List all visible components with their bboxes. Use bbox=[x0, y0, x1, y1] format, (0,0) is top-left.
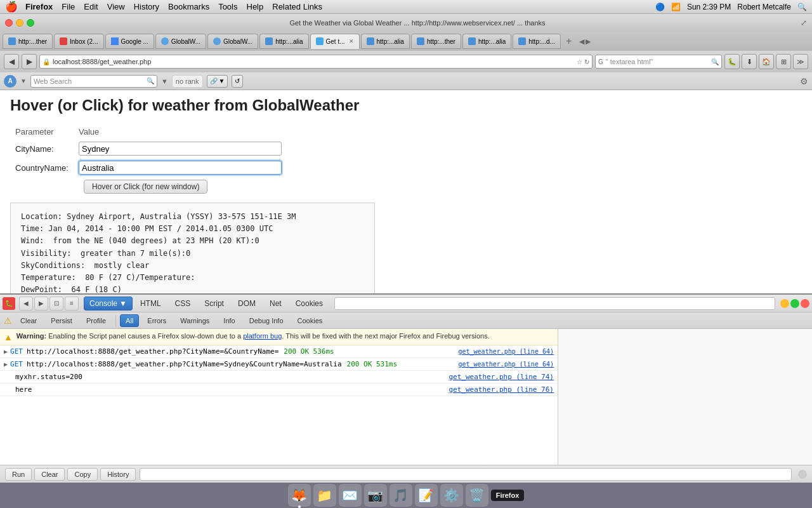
tab-close-active[interactable]: ✕ bbox=[349, 38, 354, 44]
addon-button[interactable]: ≫ bbox=[793, 54, 808, 69]
menu-edit[interactable]: Edit bbox=[84, 2, 98, 11]
fb-css-tab[interactable]: CSS bbox=[169, 297, 197, 311]
dock-firefox[interactable]: 🦊 Firefox bbox=[288, 484, 311, 507]
tab-active[interactable]: Get t... ✕ bbox=[310, 34, 360, 49]
fb-clear-button[interactable]: Clear bbox=[15, 314, 43, 327]
firebug-close[interactable] bbox=[801, 299, 809, 308]
fb-net-tab[interactable]: Net bbox=[263, 297, 288, 311]
firebug-minimize[interactable] bbox=[780, 299, 789, 308]
tab-google[interactable]: Google ... bbox=[105, 34, 154, 49]
tab-scroll-left[interactable]: ◀ bbox=[579, 37, 584, 46]
country-input[interactable] bbox=[79, 161, 282, 175]
fb-cookies-tab[interactable]: Cookies bbox=[289, 297, 329, 311]
menu-view[interactable]: View bbox=[107, 2, 125, 11]
dock-music[interactable]: 🎵 bbox=[390, 484, 412, 507]
plugin-search-button[interactable]: ▼ bbox=[161, 77, 168, 85]
menu-related-links[interactable]: Related Links bbox=[272, 2, 322, 11]
tab-0[interactable]: http:...ther bbox=[3, 34, 53, 49]
fb-persist-button[interactable]: Persist bbox=[45, 314, 78, 327]
tab-7[interactable]: http:...alia bbox=[361, 34, 410, 49]
console-input[interactable] bbox=[140, 468, 792, 481]
text-link-0[interactable]: get_weather.php (line 74) bbox=[449, 373, 554, 381]
fb-errors-button[interactable]: Errors bbox=[141, 314, 172, 327]
fb-inspect[interactable]: ⊡ bbox=[49, 297, 63, 311]
dock-finder[interactable]: 📁 bbox=[313, 484, 336, 507]
console-row-1[interactable]: ▶ GET http://localhost:8888/get_weather.… bbox=[0, 358, 558, 371]
tab-10[interactable]: http:...d... bbox=[513, 34, 561, 49]
clock: Sun 2:39 PM bbox=[687, 3, 731, 11]
firebug-search[interactable] bbox=[334, 297, 775, 310]
plugin-refresh-btn[interactable]: ↺ bbox=[232, 75, 243, 88]
tab-9[interactable]: http:...alia bbox=[462, 34, 511, 49]
dock-trash[interactable]: 🗑️ bbox=[466, 484, 488, 507]
menu-tools[interactable]: Tools bbox=[218, 2, 237, 11]
history-button[interactable]: History bbox=[100, 468, 136, 481]
firebug-button[interactable]: 🐛 bbox=[724, 54, 740, 69]
refresh-icon[interactable]: ↻ bbox=[584, 58, 589, 65]
search-icon[interactable]: 🔍 bbox=[797, 3, 807, 11]
download-button[interactable]: ⬇ bbox=[742, 54, 757, 69]
maximize-button[interactable] bbox=[27, 19, 34, 27]
fb-profile-button[interactable]: Profile bbox=[81, 314, 112, 327]
fb-list[interactable]: ≡ bbox=[65, 297, 79, 311]
console-row-0[interactable]: ▶ GET http://localhost:8888/get_weather.… bbox=[0, 345, 558, 358]
run-button[interactable]: Run bbox=[5, 468, 32, 481]
settings-icon[interactable]: ⚙ bbox=[800, 76, 808, 86]
home-button[interactable]: 🏠 bbox=[759, 54, 774, 69]
text-link-1[interactable]: get_weather.php (line 76) bbox=[449, 385, 554, 394]
link-1[interactable]: get_weather.php (line 64) bbox=[458, 361, 554, 368]
tab-5[interactable]: http:...alia bbox=[259, 34, 308, 49]
plugin-dropdown-arrow[interactable]: ▼ bbox=[20, 77, 27, 84]
form-table: Parameter Value CityName: CountryName: H… bbox=[10, 124, 287, 196]
menu-help[interactable]: Help bbox=[247, 2, 264, 11]
city-input[interactable] bbox=[79, 142, 282, 156]
fb-console-tab[interactable]: Console ▼ bbox=[84, 297, 133, 311]
fb-cookies-filter-button[interactable]: Cookies bbox=[292, 314, 329, 327]
tab-8[interactable]: http:...ther bbox=[411, 34, 461, 49]
dock-mail[interactable]: ✉️ bbox=[339, 484, 362, 507]
add-tab-button[interactable]: + bbox=[562, 36, 575, 47]
copy-button[interactable]: Copy bbox=[67, 468, 98, 481]
fb-debug-info-button[interactable]: Debug Info bbox=[244, 314, 289, 327]
view-button[interactable]: ⊞ bbox=[776, 54, 791, 69]
browser-search-button[interactable]: 🔍 bbox=[711, 58, 719, 65]
fb-warnings-button[interactable]: Warnings bbox=[174, 314, 215, 327]
browser-search-area[interactable]: G " textarea html" 🔍 bbox=[595, 55, 722, 69]
close-button[interactable] bbox=[5, 19, 13, 27]
forward-button[interactable]: ▶ bbox=[22, 54, 37, 69]
fb-html-tab[interactable]: HTML bbox=[134, 297, 167, 311]
tab-3[interactable]: GlobalW... bbox=[155, 34, 206, 49]
minimize-button[interactable] bbox=[16, 19, 23, 27]
tab-inbox[interactable]: Inbox (2... bbox=[54, 34, 103, 49]
plugin-search-icon[interactable]: 🔍 bbox=[147, 77, 154, 84]
link-0[interactable]: get_weather.php (line 64) bbox=[458, 348, 554, 355]
resize-icon[interactable]: ⤢ bbox=[801, 18, 807, 27]
menu-history[interactable]: History bbox=[134, 2, 159, 11]
back-button[interactable]: ◀ bbox=[4, 54, 19, 69]
menu-firefox[interactable]: Firefox bbox=[25, 2, 53, 11]
tab-bar: http:...ther Inbox (2... Google ... Glob… bbox=[0, 32, 812, 51]
fb-dom-tab[interactable]: DOM bbox=[232, 297, 262, 311]
warning-link[interactable]: platform bug bbox=[243, 332, 282, 340]
fb-all-button[interactable]: All bbox=[120, 314, 139, 327]
dock-settings[interactable]: ⚙️ bbox=[440, 484, 463, 507]
hover-click-button[interactable]: Hover or Click (for new window) bbox=[84, 180, 207, 194]
dock-photos[interactable]: 📷 bbox=[364, 484, 387, 507]
fb-nav-back[interactable]: ◀ bbox=[19, 297, 33, 311]
fb-script-tab[interactable]: Script bbox=[198, 297, 230, 311]
firebug-maximize[interactable] bbox=[790, 299, 799, 308]
address-bar[interactable]: 🔒 localhost:8888/get_weather.php ☆ ↻ bbox=[39, 55, 593, 69]
tab-favicon-inbox bbox=[60, 37, 67, 45]
tab-4[interactable]: GlobalW... bbox=[207, 34, 258, 49]
menu-bookmarks[interactable]: Bookmarks bbox=[168, 2, 209, 11]
menu-file[interactable]: File bbox=[62, 2, 75, 11]
console-clear-button[interactable]: Clear bbox=[34, 468, 65, 481]
plugin-search-box[interactable]: Web Search 🔍 bbox=[30, 75, 157, 88]
fb-info-button[interactable]: Info bbox=[218, 314, 240, 327]
dock-notes[interactable]: 📝 bbox=[415, 484, 438, 507]
tab-scroll-right[interactable]: ▶ bbox=[586, 37, 591, 46]
fb-nav-forward[interactable]: ▶ bbox=[34, 297, 48, 311]
plugin-extra-btn[interactable]: 🔗 ▼ bbox=[207, 75, 228, 88]
apple-menu[interactable]: 🍎 bbox=[5, 1, 18, 13]
bookmark-icon[interactable]: ☆ bbox=[577, 58, 582, 65]
